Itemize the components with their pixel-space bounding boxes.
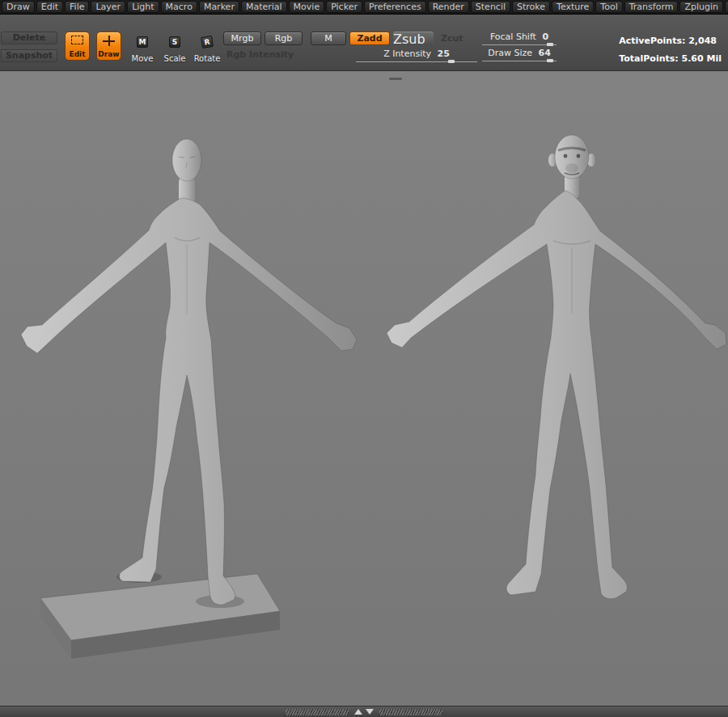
menu-item-transform[interactable]: Transform [624,1,679,13]
edit-button[interactable]: Edit [65,32,90,61]
edit-marquee-icon [71,36,83,44]
rgb-button[interactable]: Rgb [265,32,303,45]
total-points: TotalPoints: 5.60 Mil [619,50,722,68]
menu-item-zscript[interactable]: Zscript [725,1,728,13]
figure-male-left [21,139,357,605]
draw-button-label: Draw [98,50,119,58]
focal-shift-value: 0 [542,32,548,42]
bottom-scrollbar [0,706,728,717]
m-button[interactable]: M [311,32,346,45]
viewport-canvas[interactable] [0,71,728,706]
menu-item-material[interactable]: Material [241,1,287,13]
menu-item-texture[interactable]: Texture [552,1,594,13]
menu-item-stroke[interactable]: Stroke [512,1,550,13]
move-button[interactable]: M Move [127,36,158,61]
z-intensity-slider[interactable]: Z Intensity 25 [356,49,477,62]
canvas-top-handle[interactable] [389,78,402,80]
mrgb-button[interactable]: Mrgb [223,32,261,45]
top-shelf: Delete Snapshot Edit Draw M Move S Scale… [0,15,728,71]
menu-item-edit[interactable]: Edit [36,1,63,13]
focal-shift-label: Focal Shift [490,32,536,42]
menu-item-draw[interactable]: Draw [2,1,35,13]
scrollbar-arrows [354,709,374,715]
scroll-up-icon[interactable] [354,709,362,715]
draw-crosshair-icon [103,36,115,46]
zbrush-window: Draw Edit File Layer Light Macro Marker … [0,0,728,717]
menu-item-light[interactable]: Light [127,1,159,13]
rotate-label: Rotate [194,54,221,63]
menu-item-movie[interactable]: Movie [289,1,325,13]
move-label: Move [132,54,154,63]
menu-item-zplugin[interactable]: Zplugin [679,1,723,13]
active-points: ActivePoints: 2,048 [619,32,722,50]
draw-size-value: 64 [539,48,551,58]
figure-left-body [21,198,357,605]
sculpt-scene [0,71,728,706]
menu-item-layer[interactable]: Layer [91,1,125,13]
menu-item-marker[interactable]: Marker [199,1,239,13]
edit-button-label: Edit [70,50,86,58]
figure-right-body [387,191,726,599]
draw-size-slider[interactable]: Draw Size 64 [482,48,557,61]
figure-sculpt-right [387,135,726,599]
menu-item-stencil[interactable]: Stencil [471,1,510,13]
draw-size-handle[interactable] [547,59,553,62]
scale-icon: S [169,36,180,48]
pedestal-base [40,571,280,659]
scale-label: Scale [164,54,186,63]
menu-item-render[interactable]: Render [428,1,469,13]
move-icon: M [137,36,148,48]
menu-item-macro[interactable]: Macro [161,1,197,13]
rotate-button[interactable]: R Rotate [192,36,222,61]
points-readout: ActivePoints: 2,048 TotalPoints: 5.60 Mi… [619,32,722,68]
menu-item-file[interactable]: File [65,1,89,13]
menu-bar: Draw Edit File Layer Light Macro Marker … [0,0,728,15]
scroll-down-icon[interactable] [366,709,374,715]
menu-item-preferences[interactable]: Preferences [364,1,426,13]
menu-item-picker[interactable]: Picker [326,1,362,13]
snapshot-button[interactable]: Snapshot [1,49,57,62]
rotate-icon: R [201,36,214,49]
zadd-button[interactable]: Zadd [349,32,390,45]
zsub-button[interactable]: Zsub [393,32,434,45]
scrollbar-grip-left[interactable] [286,709,349,715]
menu-item-tool[interactable]: Tool [595,1,622,13]
delete-button[interactable]: Delete [1,32,57,44]
zcut-button[interactable]: Zcut [441,33,463,44]
scale-button[interactable]: S Scale [159,36,190,61]
draw-size-label: Draw Size [488,48,532,58]
scrollbar-grip-right[interactable] [379,709,442,715]
z-intensity-handle[interactable] [448,60,455,63]
z-intensity-label: Z Intensity [383,49,431,59]
z-intensity-value: 25 [438,49,450,59]
rgb-intensity-slider[interactable]: Rgb Intensity [226,49,294,60]
focal-shift-slider[interactable]: Focal Shift 0 [482,32,557,45]
draw-button[interactable]: Draw [96,32,121,61]
focal-shift-handle[interactable] [547,43,553,46]
